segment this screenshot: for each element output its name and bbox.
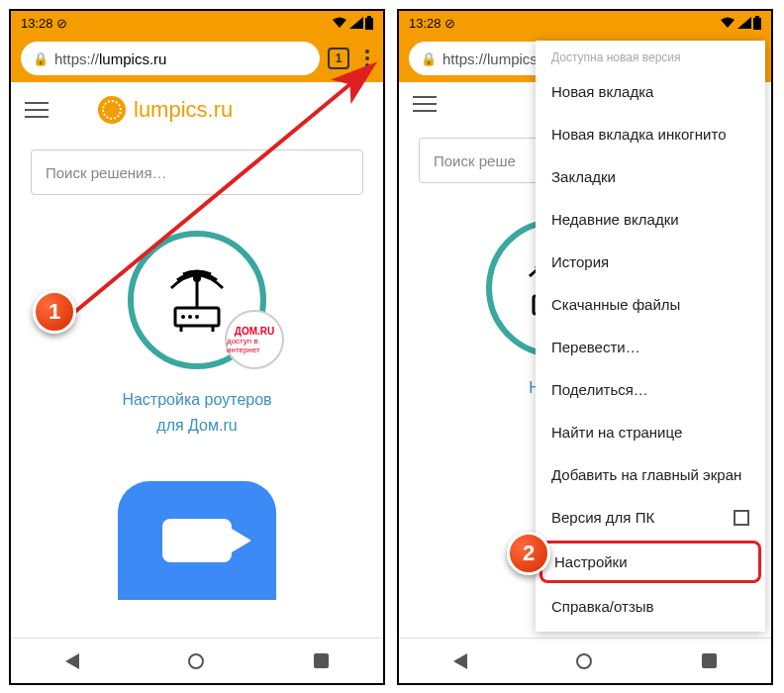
battery-icon [365,16,373,30]
logo-orange-icon [98,96,126,124]
search-input[interactable]: Поиск решения… [31,149,363,195]
status-time: 13:28 [21,16,53,31]
svg-rect-1 [367,16,371,18]
menu-share[interactable]: Поделиться… [536,368,765,411]
menu-history[interactable]: История [536,241,765,283]
menu-downloads[interactable]: Скачанные файлы [536,283,765,326]
recents-button[interactable] [702,653,717,668]
status-time: 13:28 [409,16,441,31]
status-icons [332,16,373,30]
svg-rect-10 [753,18,761,30]
phone-screenshot-right: 13:28 ⊘ 🔒 https://lumpics. Поиск реше [397,9,773,685]
svg-rect-0 [365,18,373,30]
hamburger-icon[interactable] [25,102,49,118]
menu-help[interactable]: Справка/отзыв [536,585,765,628]
android-nav-bar [11,638,383,683]
status-bar: 13:28 ⊘ [11,11,383,35]
step-badge-2: 2 [507,532,550,575]
menu-add-home[interactable]: Добавить на главный экран [536,453,765,496]
status-icons [720,16,761,30]
tab-count-button[interactable]: 1 [328,48,349,69]
badge-sub: доступ в интернет [227,337,282,354]
status-time-group: 13:28 ⊘ [409,16,455,31]
url-text: https://lumpics.ru [54,50,166,67]
svg-point-5 [181,315,185,319]
menu-bookmarks[interactable]: Закладки [536,155,765,198]
browser-toolbar: 🔒 https://lumpics.ru 1 [11,35,383,82]
lock-icon: 🔒 [421,51,437,66]
wifi-icon [720,17,735,29]
card-caption: Настройка роутеров для Дом.ru [122,387,271,438]
url-prefix: https:// [54,50,99,67]
url-text: https://lumpics. [442,50,541,67]
back-button[interactable] [453,653,467,669]
featured-card[interactable]: ДОМ.RU доступ в интернет Настройка роуте… [11,231,383,600]
battery-icon [753,16,761,30]
more-menu-button[interactable] [357,50,377,67]
menu-translate[interactable]: Перевести… [536,326,765,368]
zoom-tile[interactable] [118,481,276,600]
hamburger-icon[interactable] [413,96,437,112]
overflow-menu: Доступна новая версия Новая вкладка Нова… [536,41,765,632]
menu-settings[interactable]: Настройки [539,541,761,583]
menu-find[interactable]: Найти на странице [536,411,765,453]
svg-rect-11 [755,16,759,18]
signal-icon [349,17,363,29]
back-button[interactable] [65,653,79,669]
page-content: lumpics.ru Поиск решения… ДОМ.RU [11,82,383,638]
badge-main: ДОМ.RU [235,326,274,337]
caption-line2: для Дом.ru [122,413,271,439]
recents-button[interactable] [314,653,329,668]
menu-recent-tabs[interactable]: Недавние вкладки [536,198,765,241]
no-sim-icon: ⊘ [444,16,455,31]
logo-text: lumpics.ru [134,97,233,123]
wifi-icon [332,17,347,29]
menu-new-tab[interactable]: Новая вкладка [536,70,765,113]
address-bar[interactable]: 🔒 https://lumpics.ru [21,42,320,75]
home-button[interactable] [188,653,204,669]
url-truncated: https://lumpics. [442,50,541,67]
menu-header: Доступна новая версия [536,41,765,70]
site-logo[interactable]: lumpics.ru [98,96,233,124]
router-circle-icon: ДОМ.RU доступ в интернет [128,231,266,369]
status-bar: 13:28 ⊘ [399,11,771,35]
url-domain: lumpics.ru [99,50,166,67]
domru-badge: ДОМ.RU доступ в интернет [225,310,284,369]
home-button[interactable] [576,653,592,669]
svg-point-3 [193,274,201,282]
menu-desktop-label: Версия для ПК [551,509,654,526]
svg-point-7 [195,315,199,319]
status-time-group: 13:28 ⊘ [21,16,67,31]
menu-incognito[interactable]: Новая вкладка инкогнито [536,113,765,155]
svg-point-6 [188,315,192,319]
camera-icon [162,519,232,562]
phone-screenshot-left: 13:28 ⊘ 🔒 https://lumpics.ru 1 lumpics.r… [9,9,385,685]
no-sim-icon: ⊘ [56,16,67,31]
step-badge-1: 1 [33,290,76,334]
lock-icon: 🔒 [33,51,49,66]
signal-icon [737,17,751,29]
router-icon [157,260,237,340]
site-header: lumpics.ru [11,82,383,132]
menu-desktop-version[interactable]: Версия для ПК [536,496,765,539]
android-nav-bar [399,638,771,683]
checkbox-icon[interactable] [734,510,749,526]
caption-line1: Настройка роутеров [122,387,271,413]
